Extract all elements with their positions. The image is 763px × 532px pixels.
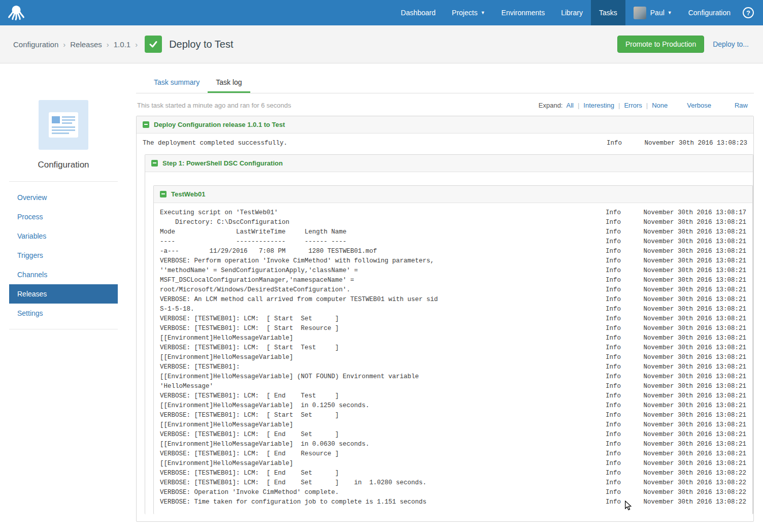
nav-library[interactable]: Library	[553, 0, 591, 25]
log-message: VERBOSE: [TESTWEB01]: LCM: [ End Set ]	[160, 430, 606, 440]
tab-task-log[interactable]: Task log	[208, 73, 250, 93]
log-row: [[Environment]HelloMessageVariable] Info…	[160, 420, 746, 430]
sidebar-item[interactable]: Process	[9, 207, 118, 226]
log-timestamp: November 30th 2016 13:08:21	[642, 256, 746, 266]
task-duration-text: This task started a minute ago and ran f…	[137, 102, 291, 109]
sidebar-item-label: Triggers	[17, 251, 43, 259]
log-level: Info	[606, 237, 642, 247]
promote-to-production-button[interactable]: Promote to Production	[617, 36, 704, 53]
help-icon[interactable]: ?	[743, 7, 754, 18]
sidebar-nav: Overview Process Variables Triggers Chan…	[9, 181, 118, 329]
page-body: Configuration Overview Process Variables…	[0, 63, 763, 522]
tab-task-summary[interactable]: Task summary	[146, 73, 208, 93]
log-message: Mode LastWriteTime Length Name	[160, 227, 606, 237]
log-level: Info	[606, 343, 642, 353]
deploy-to-link[interactable]: Deploy to...	[713, 40, 749, 48]
log-timestamp: November 30th 2016 13:08:21	[642, 372, 746, 382]
page-title: Deploy to Test	[169, 39, 233, 50]
sidebar-item[interactable]: Overview	[9, 188, 118, 207]
log-row: [[Environment]HelloMessageVariable] (NOT…	[160, 372, 746, 382]
log-timestamp: November 30th 2016 13:08:21	[642, 411, 746, 420]
log-timestamp: November 30th 2016 13:08:21	[642, 343, 746, 353]
raw-link[interactable]: Raw	[735, 102, 748, 109]
chevron-down-icon: ▼	[668, 10, 672, 15]
log-level: Info	[606, 488, 642, 497]
log-level: Info	[606, 401, 642, 411]
breadcrumb-item[interactable]: Releases	[58, 40, 102, 49]
machine-log-panel: TestWeb01 Executing script on 'TestWeb01…	[153, 185, 753, 514]
log-level: Info	[606, 256, 642, 266]
log-row: [[Environment]HelloMessageVariable] in 0…	[160, 440, 746, 449]
log-row: VERBOSE: [TESTWEB01]: LCM: [ End Resourc…	[160, 449, 746, 459]
log-timestamp: November 30th 2016 13:08:21	[642, 353, 746, 362]
log-filter-links: Expand: All Interesting Errors None Verb…	[539, 102, 748, 109]
log-level: Info	[606, 372, 642, 382]
log-message: [[Environment]HelloMessageVariable]	[160, 420, 606, 430]
breadcrumb-item[interactable]: 1.0.1	[102, 40, 130, 49]
log-message: [[Environment]HelloMessageVariable]	[160, 459, 606, 469]
sidebar-item-label: Process	[17, 213, 43, 221]
collapse-icon[interactable]	[160, 191, 167, 197]
log-level: Info	[606, 295, 642, 305]
expand-option-link[interactable]: None	[642, 102, 668, 109]
sidebar-item[interactable]: Releases	[9, 284, 118, 304]
collapse-icon[interactable]	[143, 121, 149, 128]
log-level: Info	[606, 420, 642, 430]
nav-spacer	[32, 0, 393, 25]
log-message: MSFT_DSCLocalConfigurationManager,'names…	[160, 276, 606, 285]
log-row: [[Environment]HelloMessageVariable] in 0…	[160, 401, 746, 411]
top-navigation: Dashboard Projects ▼ Environments Librar…	[0, 0, 763, 25]
expand-option-link[interactable]: All	[566, 102, 573, 109]
log-row: VERBOSE: An LCM method call arrived from…	[160, 295, 746, 305]
breadcrumb-item[interactable]: Configuration	[13, 40, 58, 49]
log-message: VERBOSE: [TESTWEB01]: LCM: [ End Set ]	[160, 469, 606, 478]
log-level: Info	[606, 324, 642, 334]
log-level: Info	[606, 227, 642, 237]
sidebar-item[interactable]: Channels	[9, 265, 118, 284]
log-timestamp: November 30th 2016 13:08:21	[642, 314, 746, 324]
project-name: Configuration	[9, 160, 118, 170]
nav-dashboard[interactable]: Dashboard	[393, 0, 444, 25]
nav-tasks[interactable]: Tasks	[591, 0, 625, 25]
log-level: Info	[606, 276, 642, 285]
step-log-header[interactable]: Step 1: PowerShell DSC Configuration	[145, 155, 753, 172]
sidebar-item[interactable]: Variables	[9, 226, 118, 246]
log-row: Mode LastWriteTime Length Name Info Nove…	[160, 227, 746, 237]
collapse-icon[interactable]	[151, 160, 158, 167]
breadcrumb: Configuration Releases 1.0.1	[13, 40, 138, 49]
deployment-log-header[interactable]: Deploy Configuration release 1.0.1 to Te…	[137, 116, 753, 134]
sidebar-item[interactable]: Triggers	[9, 246, 118, 265]
log-row: ''methodName' = SendConfigurationApply,'…	[160, 266, 746, 276]
nav-environments-label: Environments	[502, 9, 545, 17]
sidebar-item-label: Overview	[17, 193, 47, 202]
octopus-logo-icon[interactable]	[0, 0, 32, 25]
log-timestamp: November 30th 2016 13:08:21	[642, 295, 746, 305]
log-timestamp: November 30th 2016 13:08:21	[642, 276, 746, 285]
expand-option-link[interactable]: Errors	[614, 102, 642, 109]
machine-log-header[interactable]: TestWeb01	[154, 186, 752, 203]
task-success-check-icon	[145, 36, 162, 53]
log-level: Info	[606, 314, 642, 324]
log-timestamp: November 30th 2016 13:08:21	[642, 237, 746, 247]
log-row: VERBOSE: [TESTWEB01]: LCM: [ Start Set ]…	[160, 411, 746, 420]
expand-options: All Interesting Errors None	[566, 102, 668, 109]
nav-projects[interactable]: Projects ▼	[444, 0, 493, 25]
header-actions: Promote to Production Deploy to...	[617, 36, 749, 53]
log-row: ---- ------------- ------ ---- Info Nove…	[160, 237, 746, 247]
log-timestamp: November 30th 2016 13:08:21	[642, 430, 746, 440]
verbose-link[interactable]: Verbose	[687, 102, 711, 109]
log-row: The deployment completed successfully. I…	[137, 134, 753, 151]
log-message: Executing script on 'TestWeb01'	[160, 208, 606, 218]
nav-user-menu[interactable]: Paul ▼	[625, 0, 680, 25]
log-level: Info	[606, 469, 642, 478]
log-message: VERBOSE: [TESTWEB01]: LCM: [ Start Test …	[160, 343, 606, 353]
expand-option-link[interactable]: Interesting	[574, 102, 614, 109]
expand-label: Expand:	[539, 102, 563, 109]
log-timestamp: November 30th 2016 13:08:21	[642, 324, 746, 334]
nav-environments[interactable]: Environments	[493, 0, 553, 25]
nav-configuration[interactable]: Configuration	[680, 0, 739, 25]
log-timestamp: November 30th 2016 13:08:21	[642, 334, 746, 343]
sidebar-item[interactable]: Settings	[9, 304, 118, 323]
log-level: Info	[606, 218, 642, 227]
log-row: [[Environment]HelloMessageVariable] Info…	[160, 334, 746, 343]
